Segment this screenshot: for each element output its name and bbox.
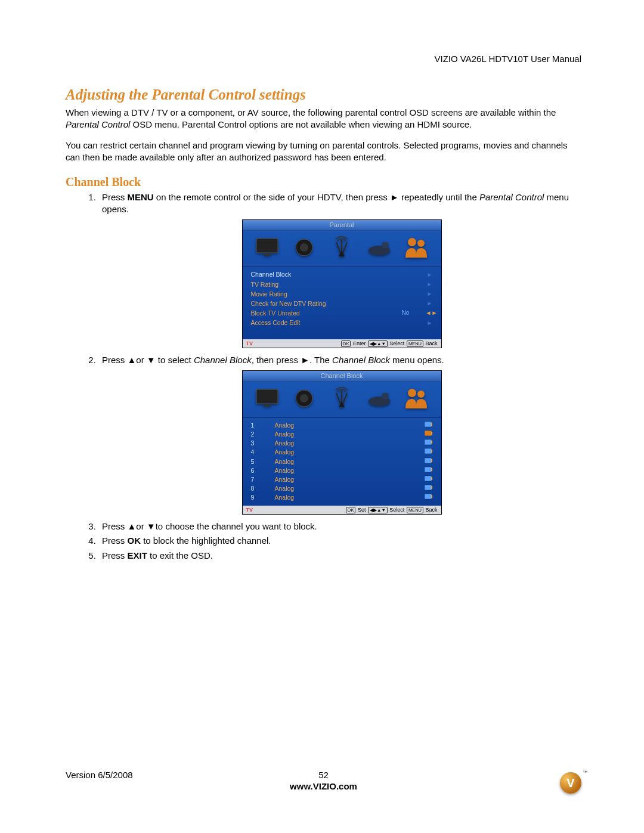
osd2-channel-row: 7Analog: [251, 475, 433, 484]
osd-parental-screenshot: Parental Channel Block►TV Rating►Movie R…: [242, 219, 442, 349]
channel-block-status-icon: [425, 484, 433, 493]
svg-rect-26: [425, 458, 432, 463]
tv-icon: [254, 386, 280, 410]
channel-type: Analog: [275, 439, 425, 447]
osd1-menu-item: Block TV UnratedNo◄►: [251, 308, 433, 318]
osd1-item-label: Channel Block: [251, 270, 402, 278]
channel-number: 1: [251, 421, 275, 429]
chevron-right-icon: ◄►: [426, 309, 433, 317]
ok-key-icon: OK: [346, 507, 356, 513]
osd2-iconrow: [243, 382, 441, 418]
svg-rect-29: [431, 468, 432, 471]
step-2: Press ▲or ▼ to select Channel Block, the…: [98, 354, 581, 515]
svg-rect-34: [425, 494, 432, 499]
section-heading: Adjusting the Parental Control settings: [66, 86, 581, 103]
footer-url: www.VIZIO.com: [66, 781, 581, 791]
svg-rect-31: [431, 477, 432, 480]
intro-p1-em: Parental Control: [66, 119, 130, 129]
svg-rect-28: [425, 467, 432, 472]
osd1-menu-item: Check for New DTV Rating►: [251, 299, 433, 308]
channel-type: Analog: [275, 475, 425, 484]
parental-people-icon: [403, 386, 429, 410]
channel-number: 4: [251, 448, 275, 456]
svg-point-8: [417, 240, 425, 247]
channel-number: 9: [251, 493, 275, 501]
page-footer: Version 6/5/2008 52 . www.VIZIO.com V: [66, 770, 581, 791]
chevron-right-icon: ►: [426, 271, 433, 279]
channel-number: 3: [251, 439, 275, 447]
svg-point-7: [408, 238, 416, 246]
step-1-bold: MENU: [128, 192, 154, 202]
chevron-right-icon: ►: [426, 290, 433, 298]
antenna-icon: [329, 386, 355, 410]
channel-type: Analog: [275, 457, 425, 466]
step-1: Press MENU on the remote control or the …: [98, 191, 581, 348]
osd2-channel-row: 5Analog: [251, 457, 433, 466]
ok-key-icon: OK: [341, 340, 351, 347]
svg-rect-22: [425, 439, 432, 445]
svg-rect-18: [425, 422, 432, 427]
osd1-item-value: No: [402, 309, 426, 317]
svg-rect-10: [264, 405, 271, 407]
step-4-bold: OK: [128, 535, 141, 546]
svg-point-12: [300, 394, 308, 402]
channel-type: Analog: [275, 484, 425, 493]
osd2-footer: TV OK Set ◀▶▲▼ Select MENU Back: [243, 506, 441, 514]
svg-rect-33: [431, 486, 432, 489]
step-1-b: on the remote control or the side of you…: [154, 192, 479, 202]
channel-type: Analog: [275, 448, 425, 456]
channel-block-status-icon: [425, 475, 433, 484]
channel-block-status-icon: [425, 466, 433, 475]
svg-rect-1: [264, 254, 271, 256]
intro-p1a: When viewing a DTV / TV or a component, …: [66, 107, 556, 117]
step-4-b: to block the highlighted channel.: [141, 535, 271, 546]
svg-rect-24: [425, 448, 432, 454]
osd2-title: Channel Block: [243, 371, 441, 382]
step-5-b: to exit the OSD.: [147, 550, 213, 561]
step-3: Press ▲or ▼to choose the channel you wan…: [98, 521, 581, 532]
osd1-title: Parental: [243, 220, 441, 231]
arrows-key-icon: ◀▶▲▼: [368, 507, 388, 513]
channel-type: Analog: [275, 430, 425, 438]
svg-point-3: [300, 243, 308, 252]
arrows-key-icon: ◀▶▲▼: [368, 340, 388, 347]
osd2-channel-row: 3Analog: [251, 439, 433, 448]
osd1-menu-item: Channel Block►: [251, 270, 433, 279]
osd1-item-label: Access Code Edit: [251, 318, 402, 327]
channel-block-status-icon: [425, 421, 433, 429]
osd1-enter: Enter: [353, 340, 366, 346]
menu-key-icon: MENU: [407, 340, 423, 347]
osd1-menu-item: TV Rating►: [251, 280, 433, 289]
speaker-icon: [291, 386, 317, 410]
osd2-channel-row: 6Analog: [251, 466, 433, 475]
channel-block-status-icon: [425, 430, 433, 438]
step-2-em2: Channel Block: [332, 355, 390, 365]
channel-number: 8: [251, 484, 275, 493]
svg-rect-32: [425, 485, 432, 490]
svg-rect-25: [431, 450, 432, 453]
osd1-item-label: Block TV Unrated: [251, 309, 402, 317]
osd2-set: Set: [358, 507, 366, 513]
osd1-footer-tv: TV: [246, 340, 253, 347]
osd2-channel-row: 2Analog: [251, 430, 433, 439]
step-5: Press EXIT to exit the OSD.: [98, 550, 581, 562]
channel-block-status-icon: [425, 439, 433, 447]
osd1-select: Select: [389, 340, 404, 346]
svg-rect-27: [431, 459, 432, 462]
osd1-item-label: Check for New DTV Rating: [251, 299, 402, 308]
antenna-icon: [329, 236, 355, 259]
osd2-channel-row: 8Analog: [251, 484, 433, 493]
svg-rect-6: [382, 242, 388, 248]
osd2-body: 1Analog2Analog3Analog4Analog5Analog6Anal…: [243, 418, 441, 506]
channel-type: Analog: [275, 466, 425, 475]
osd1-footer-keys: OK Enter ◀▶▲▼ Select MENU Back: [340, 340, 438, 347]
osd2-footer-tv: TV: [246, 506, 253, 513]
step-4-a: Press: [102, 535, 128, 546]
intro-p1b: OSD menu. Parental Control options are n…: [130, 119, 472, 129]
vizio-logo-icon: V: [560, 772, 581, 794]
osd1-item-label: Movie Rating: [251, 290, 402, 298]
footer-page-number: 52: [66, 770, 581, 780]
channel-type: Analog: [275, 421, 425, 429]
svg-point-17: [417, 391, 425, 398]
step-2-a: Press ▲or ▼ to select: [102, 355, 194, 365]
